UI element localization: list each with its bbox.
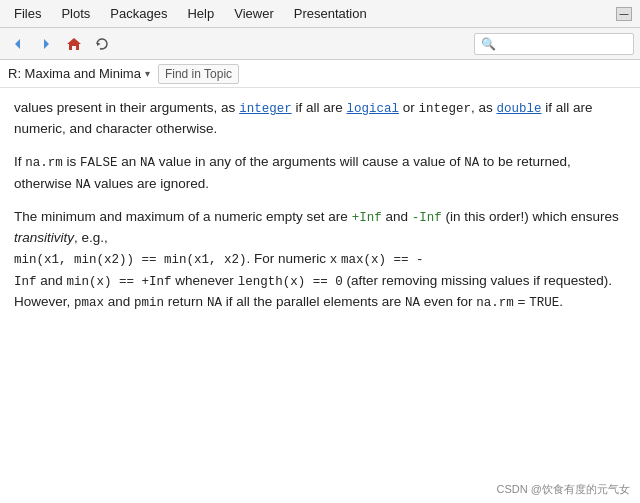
minimize-button[interactable]: —	[616, 7, 632, 21]
code-na-rm-2: na.rm	[476, 296, 514, 310]
code-na-2: NA	[464, 156, 479, 170]
paragraph-1: values present in their arguments, as in…	[14, 98, 626, 140]
home-button[interactable]	[62, 32, 86, 56]
code-min-x: min(x) == +Inf	[67, 275, 172, 289]
back-button[interactable]	[6, 32, 30, 56]
code-length: length(x) == 0	[238, 275, 343, 289]
search-input[interactable]	[500, 37, 627, 51]
code-min-expr-1: min(x1, min(x2)) == min(x1, x2)	[14, 253, 247, 267]
menu-viewer[interactable]: Viewer	[224, 2, 284, 25]
code-plus-inf: +Inf	[352, 211, 382, 225]
link-integer[interactable]: integer	[239, 102, 292, 116]
code-pmax: pmax	[74, 296, 104, 310]
text-transitivity: transitivity	[14, 230, 74, 245]
back-icon	[11, 37, 25, 51]
svg-marker-3	[97, 42, 101, 46]
link-double[interactable]: double	[496, 102, 541, 116]
help-content: values present in their arguments, as in…	[0, 88, 640, 503]
topic-dropdown-arrow[interactable]: ▾	[145, 68, 150, 79]
paragraph-2: If na.rm is FALSE an NA value in any of …	[14, 152, 626, 195]
code-pmin: pmin	[134, 296, 164, 310]
code-integer: integer	[418, 102, 471, 116]
code-false: FALSE	[80, 156, 118, 170]
svg-marker-1	[44, 39, 49, 49]
menu-bar-right: —	[616, 7, 636, 21]
svg-marker-2	[67, 38, 81, 50]
refresh-icon	[95, 37, 109, 51]
menu-help[interactable]: Help	[177, 2, 224, 25]
home-icon	[66, 37, 82, 51]
code-x: x	[330, 253, 338, 267]
code-na-4: NA	[207, 296, 222, 310]
search-icon: 🔍	[481, 37, 496, 51]
code-na-1: NA	[140, 156, 155, 170]
toolbar: 🔍	[0, 28, 640, 60]
find-in-topic-button[interactable]: Find in Topic	[158, 64, 239, 84]
topic-title-container: R: Maxima and Minima ▾	[8, 66, 150, 81]
code-true: TRUE	[529, 296, 559, 310]
watermark: CSDN @饮食有度的元气女	[497, 482, 630, 497]
topic-title-text: R: Maxima and Minima	[8, 66, 141, 81]
menu-files[interactable]: Files	[4, 2, 51, 25]
paragraph-3: The minimum and maximum of a numeric emp…	[14, 207, 626, 313]
menu-plots[interactable]: Plots	[51, 2, 100, 25]
refresh-button[interactable]	[90, 32, 114, 56]
code-minus-inf: -Inf	[412, 211, 442, 225]
code-na-3: NA	[76, 178, 91, 192]
code-na-5: NA	[405, 296, 420, 310]
svg-marker-0	[15, 39, 20, 49]
topic-bar: R: Maxima and Minima ▾ Find in Topic	[0, 60, 640, 88]
forward-icon	[39, 37, 53, 51]
link-logical[interactable]: logical	[346, 102, 399, 116]
code-na-rm: na.rm	[25, 156, 63, 170]
code-inf-1: Inf	[14, 275, 37, 289]
menu-bar: Files Plots Packages Help Viewer Present…	[0, 0, 640, 28]
forward-button[interactable]	[34, 32, 58, 56]
search-box[interactable]: 🔍	[474, 33, 634, 55]
menu-presentation[interactable]: Presentation	[284, 2, 377, 25]
menu-packages[interactable]: Packages	[100, 2, 177, 25]
code-max-expr: max(x) == -	[341, 253, 424, 267]
